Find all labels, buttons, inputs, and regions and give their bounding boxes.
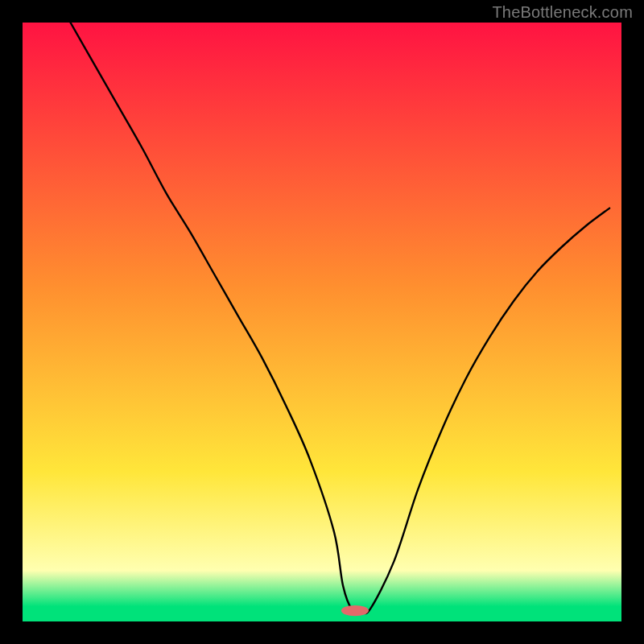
bottleneck-chart	[23, 23, 621, 621]
attribution-label: TheBottleneck.com	[492, 3, 633, 22]
optimum-marker-icon	[341, 605, 369, 616]
chart-stage: TheBottleneck.com	[0, 0, 644, 644]
gradient-background	[23, 23, 621, 621]
